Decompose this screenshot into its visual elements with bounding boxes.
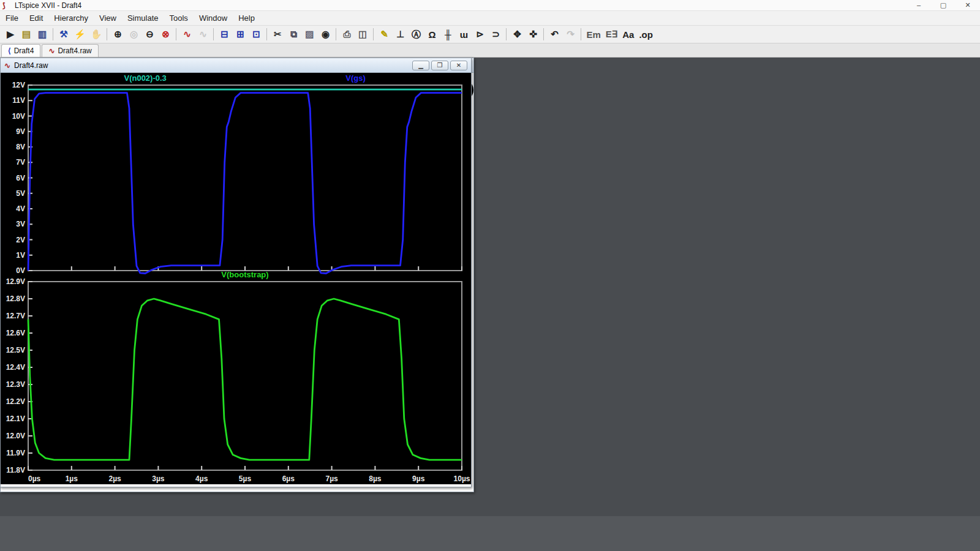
main-window-title: LTspice XVII - Draft4	[15, 1, 81, 10]
waveform-restore-button[interactable]: ❐	[431, 61, 448, 70]
zoom-out-icon[interactable]: ⊖	[142, 27, 157, 42]
move-icon[interactable]: ✥	[510, 27, 524, 42]
inductor-icon[interactable]: ɯ	[456, 27, 471, 42]
y-tick-label: 11.9V	[6, 449, 25, 457]
print-icon[interactable]: ⎙	[339, 27, 354, 42]
print-preview-icon[interactable]: ◫	[355, 27, 370, 42]
y-tick-label: 12V	[12, 81, 25, 89]
autorange-plot-icon[interactable]: ∿	[179, 27, 194, 42]
diode-icon[interactable]: ⊳	[472, 27, 487, 42]
mirror-icon[interactable]: E∃	[604, 27, 619, 42]
tab-draft4[interactable]: ⟨Draft4	[1, 44, 40, 57]
x-tick-label: 8µs	[369, 474, 382, 483]
run-icon[interactable]: ⚡	[72, 27, 88, 42]
tile-horizontal-icon[interactable]: ⊟	[217, 27, 232, 42]
menu-simulate[interactable]: Simulate	[122, 12, 164, 24]
y-tick-label: 1V	[16, 251, 25, 260]
x-tick-label: 2µs	[108, 474, 121, 483]
waveform-icon: ∿	[48, 47, 55, 55]
paste-icon[interactable]: ▨	[302, 27, 317, 42]
text-icon[interactable]: Aa	[620, 27, 636, 42]
plot-settings-icon[interactable]: ∿	[195, 27, 210, 42]
minimize-button[interactable]: –	[907, 1, 931, 9]
menu-tools[interactable]: Tools	[164, 12, 194, 24]
y-tick-label: 3V	[16, 220, 25, 228]
waveform-window: ∿ Draft4.raw ▁ ❐ ✕ 0V1V2V3V4V5V6V7V8V9V1…	[0, 58, 472, 487]
menu-view[interactable]: View	[94, 12, 122, 24]
y-tick-label: 11V	[12, 96, 25, 105]
wire-icon[interactable]: ✎	[377, 27, 391, 42]
trace-label-v-bootstrap-[interactable]: V(bootstrap)	[221, 270, 268, 279]
x-tick-label: 4µs	[195, 474, 208, 483]
zoom-in-icon[interactable]: ⊕	[110, 27, 125, 42]
x-tick-label: 1µs	[66, 474, 78, 483]
label-net-icon[interactable]: Ⓐ	[409, 27, 423, 42]
halt-icon[interactable]: ✋	[89, 27, 104, 42]
x-tick-label: 0µs	[28, 474, 41, 483]
menu-file[interactable]: File	[0, 12, 24, 24]
y-tick-label: 9V	[16, 127, 25, 136]
cut-icon[interactable]: ✂	[270, 27, 285, 42]
capacitor-icon[interactable]: ╫	[440, 27, 455, 42]
x-tick-label: 10µs	[454, 474, 470, 483]
y-tick-label: 4V	[16, 204, 25, 213]
menu-bar: FileEditHierarchyViewSimulateToolsWindow…	[0, 11, 980, 26]
toolbar: ▶▤▥⚒⚡✋⊕◎⊖⊗∿∿⊟⊞⊡✂⧉▨◉⎙◫✎⊥ⒶΩ╫ɯ⊳⊃✥✜↶↷EmE∃Aa.…	[0, 26, 980, 43]
trace-label-v-n002-0-3[interactable]: V(n002)-0.3	[124, 73, 166, 83]
y-tick-label: 12.2V	[6, 397, 25, 406]
maximize-button[interactable]: ▢	[931, 1, 956, 9]
waveform-plot-area[interactable]: 0V1V2V3V4V5V6V7V8V9V10V11V12VV(n002)-0.3…	[1, 73, 471, 487]
menu-hierarchy[interactable]: Hierarchy	[48, 12, 94, 24]
x-tick-label: 9µs	[412, 474, 425, 483]
save-icon[interactable]: ▥	[35, 27, 50, 42]
component-icon[interactable]: ⊃	[488, 27, 503, 42]
open-file-icon[interactable]: ▤	[19, 27, 34, 42]
resistor-icon[interactable]: Ω	[424, 27, 439, 42]
y-tick-label: 11.8V	[6, 466, 25, 474]
control-panel-icon[interactable]: ⚒	[56, 27, 71, 42]
x-tick-label: 6µs	[282, 474, 295, 483]
y-tick-label: 0V	[16, 266, 25, 275]
trace-label-v-gs-[interactable]: V(gs)	[345, 73, 366, 83]
rotate-icon[interactable]: Em	[584, 27, 602, 42]
zoom-back-icon[interactable]: ◎	[126, 27, 141, 42]
y-tick-label: 12.1V	[6, 414, 25, 423]
waveform-title-bar[interactable]: ∿ Draft4.raw ▁ ❐ ✕	[1, 58, 471, 73]
zoom-extents-icon[interactable]: ⊗	[158, 27, 173, 42]
y-tick-label: 7V	[16, 158, 25, 167]
y-tick-label: 12.4V	[6, 363, 25, 372]
waveform-minimize-button[interactable]: ▁	[412, 61, 429, 70]
tab-bar: ⟨Draft4∿Draft4.raw	[0, 43, 980, 58]
x-tick-label: 5µs	[239, 474, 252, 483]
tile-vertical-icon[interactable]: ⊞	[233, 27, 247, 42]
spice-directive-icon[interactable]: .op	[637, 27, 655, 42]
drag-icon[interactable]: ✜	[526, 27, 540, 42]
ground-icon[interactable]: ⊥	[393, 27, 407, 42]
menu-help[interactable]: Help	[233, 12, 260, 24]
ltspice-app: ⟆ LTspice XVII - Draft4 – ▢ ✕ FileEditHi…	[0, 0, 980, 551]
y-tick-label: 12.5V	[6, 346, 25, 354]
tab-label: Draft4.raw	[58, 47, 91, 55]
y-tick-label: 12.9V	[6, 277, 25, 286]
undo-icon[interactable]: ↶	[547, 27, 562, 42]
redo-icon[interactable]: ↷	[563, 27, 578, 42]
waveform-doc-icon: ∿	[4, 61, 10, 70]
cascade-windows-icon[interactable]: ⊡	[249, 27, 263, 42]
y-tick-label: 12.8V	[6, 294, 25, 303]
y-tick-label: 12.0V	[6, 432, 25, 440]
find-icon[interactable]: ◉	[318, 27, 333, 42]
copy-icon[interactable]: ⧉	[286, 27, 301, 42]
close-button[interactable]: ✕	[956, 1, 980, 9]
tab-draft4-raw[interactable]: ∿Draft4.raw	[42, 44, 98, 57]
y-tick-label: 2V	[16, 236, 25, 244]
y-tick-label: 5V	[16, 189, 25, 198]
waveform-window-title: Draft4.raw	[14, 61, 48, 70]
y-tick-label: 12.7V	[6, 312, 25, 320]
ltspice-app-icon: ⟆	[2, 2, 11, 9]
y-tick-label: 6V	[16, 174, 25, 182]
new-schematic-icon[interactable]: ▶	[3, 27, 18, 42]
menu-window[interactable]: Window	[194, 12, 233, 24]
y-tick-label: 10V	[12, 112, 25, 121]
menu-edit[interactable]: Edit	[24, 12, 48, 24]
waveform-close-button[interactable]: ✕	[450, 61, 467, 70]
